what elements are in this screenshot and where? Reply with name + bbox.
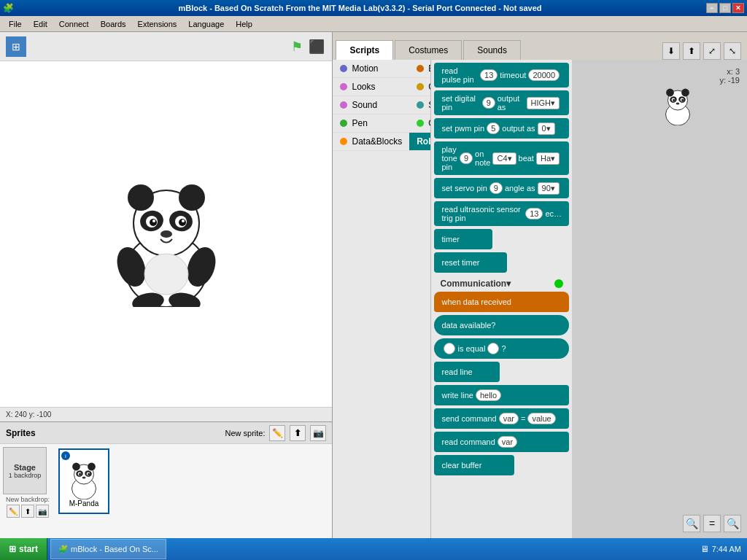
- camera-backdrop-button[interactable]: 📷: [36, 505, 49, 518]
- titlebar-icon: 🧩: [3, 3, 14, 13]
- category-robots-label: Robots: [417, 136, 431, 147]
- category-looks-label: Looks: [352, 82, 375, 92]
- menu-extensions[interactable]: Extensions: [132, 18, 183, 30]
- read-command-var-input[interactable]: var: [498, 436, 517, 448]
- upload-backdrop-button[interactable]: ⬆: [21, 505, 34, 518]
- new-backdrop-label: New backdrop:: [6, 496, 50, 503]
- block-clear-buffer[interactable]: clear buffer: [434, 455, 514, 475]
- zoom-reset-button[interactable]: =: [703, 515, 721, 532]
- ultrasonic-trig-input[interactable]: 13: [525, 208, 543, 219]
- arrow-up-icon[interactable]: ⬆: [683, 42, 700, 60]
- equal-right-input[interactable]: [487, 343, 499, 354]
- blocks-panel: read pulse pin 13 timeout 20000 set digi…: [431, 60, 572, 538]
- camera-sprite-button[interactable]: 📷: [310, 425, 326, 441]
- category-control[interactable]: Control: [409, 78, 431, 96]
- control-dot: [417, 83, 424, 90]
- tone-beat-dropdown[interactable]: Ha▾: [536, 152, 560, 165]
- close-button[interactable]: ✕: [732, 3, 744, 13]
- arrow-down-icon[interactable]: ⬇: [662, 42, 680, 60]
- block-read-command[interactable]: read command var: [434, 432, 569, 452]
- svg-point-15: [144, 254, 188, 295]
- pulse-pin-input[interactable]: 13: [480, 69, 498, 81]
- menu-file[interactable]: File: [3, 18, 28, 30]
- category-sensing[interactable]: Sensing: [409, 96, 431, 114]
- block-send-command[interactable]: send command var = value: [434, 408, 569, 429]
- tone-note-dropdown[interactable]: C4▾: [492, 152, 516, 165]
- menu-boards[interactable]: Boards: [95, 18, 132, 30]
- send-command-var-input[interactable]: var: [499, 413, 519, 424]
- tone-pin-input[interactable]: 9: [460, 152, 473, 164]
- minimize-button[interactable]: −: [706, 3, 718, 13]
- servo-pin-input[interactable]: 9: [489, 182, 503, 194]
- block-read-line[interactable]: read line: [434, 362, 500, 382]
- servo-angle-dropdown[interactable]: 90▾: [538, 182, 560, 195]
- svg-point-39: [676, 103, 680, 105]
- paint-backdrop-button[interactable]: ✏️: [7, 505, 20, 518]
- pen-dot: [340, 120, 347, 127]
- digital-pin-input[interactable]: 9: [482, 97, 495, 109]
- tab-costumes[interactable]: Costumes: [395, 40, 462, 60]
- expand-icon[interactable]: ⤢: [703, 42, 721, 60]
- block-timer[interactable]: timer: [434, 229, 492, 249]
- pwm-pin-input[interactable]: 5: [487, 122, 500, 134]
- stage-sublabel: 1 backdrop: [9, 472, 42, 479]
- menu-language[interactable]: Language: [182, 18, 230, 30]
- block-data-available[interactable]: data available?: [434, 315, 569, 335]
- block-set-pwm-pin[interactable]: set pwm pin 5 output as 0▾: [434, 118, 569, 139]
- svg-point-28: [82, 476, 86, 478]
- stop-button[interactable]: ⬛: [309, 39, 325, 55]
- taskbar-window-mblock[interactable]: 🧩 mBlock - Based On Sc...: [50, 539, 166, 559]
- paint-sprite-button[interactable]: ✏️: [269, 425, 285, 441]
- start-button[interactable]: ⊞ start: [0, 538, 47, 560]
- block-read-pulse-pin[interactable]: read pulse pin 13 timeout 20000: [434, 63, 569, 88]
- stage-thumbnail[interactable]: Stage 1 backdrop: [3, 447, 47, 494]
- pulse-timeout-input[interactable]: 20000: [528, 69, 560, 81]
- zoom-in-button[interactable]: 🔍: [683, 515, 700, 532]
- block-is-equal[interactable]: is equal ?: [434, 338, 569, 359]
- svg-point-27: [88, 472, 90, 475]
- tab-sounds[interactable]: Sounds: [463, 40, 521, 60]
- upload-sprite-button[interactable]: ⬆: [290, 425, 306, 441]
- zoom-out-button[interactable]: 🔍: [724, 515, 741, 532]
- block-set-digital-pin[interactable]: set digital pin 9 output as HIGH▾: [434, 90, 569, 115]
- stage-coords: X: 240 y: -100: [0, 407, 332, 421]
- svg-point-20: [72, 462, 80, 470]
- write-line-input[interactable]: hello: [476, 389, 501, 401]
- block-reset-timer[interactable]: reset timer: [434, 252, 507, 273]
- svg-point-11: [182, 219, 185, 222]
- menu-help[interactable]: Help: [230, 18, 258, 30]
- digital-output-dropdown[interactable]: HIGH▾: [527, 97, 560, 109]
- block-set-servo-pin[interactable]: set servo pin 9 angle as 90▾: [434, 178, 569, 198]
- sprite-name: M-Panda: [69, 499, 99, 508]
- right-panel: Scripts Costumes Sounds ⬇ ⬆ ⤢ ⤡ Motion: [333, 32, 747, 538]
- block-read-ultrasonic[interactable]: read ultrasonic sensor trig pin 13 ec…: [434, 201, 569, 226]
- category-events[interactable]: Events: [409, 60, 431, 78]
- looks-dot: [340, 83, 347, 90]
- fullscreen-button[interactable]: ⊞: [6, 36, 26, 57]
- pwm-output-dropdown[interactable]: 0▾: [538, 122, 555, 135]
- category-pen[interactable]: Pen: [333, 114, 409, 133]
- category-datablocks-label: Data&Blocks: [352, 136, 402, 147]
- datablocks-dot: [340, 138, 347, 145]
- maximize-button[interactable]: □: [719, 3, 731, 13]
- green-flag-button[interactable]: ⚑: [291, 39, 303, 55]
- category-looks[interactable]: Looks: [333, 78, 409, 96]
- svg-point-21: [88, 462, 96, 470]
- sprite-x-coord: x: 3: [719, 67, 740, 76]
- menu-connect[interactable]: Connect: [53, 18, 95, 30]
- category-datablocks[interactable]: Data&Blocks: [333, 133, 409, 151]
- shrink-icon[interactable]: ⤡: [724, 42, 741, 60]
- send-command-value-input[interactable]: value: [527, 413, 555, 424]
- equal-left-input[interactable]: [444, 343, 455, 354]
- block-write-line[interactable]: write line hello: [434, 385, 569, 405]
- menu-edit[interactable]: Edit: [28, 18, 53, 30]
- block-play-tone-pin[interactable]: play tone pin 9 on note C4▾ beat Ha▾: [434, 141, 569, 175]
- connection-status-dot: [554, 279, 563, 288]
- category-sound[interactable]: Sound: [333, 96, 409, 114]
- block-when-data-received[interactable]: when data received: [434, 292, 569, 312]
- category-robots[interactable]: Robots: [409, 133, 431, 151]
- category-operators[interactable]: Operators: [409, 114, 431, 133]
- sprite-item-mpanda[interactable]: i: [58, 448, 109, 514]
- category-motion[interactable]: Motion: [333, 60, 409, 78]
- tab-scripts[interactable]: Scripts: [336, 40, 393, 60]
